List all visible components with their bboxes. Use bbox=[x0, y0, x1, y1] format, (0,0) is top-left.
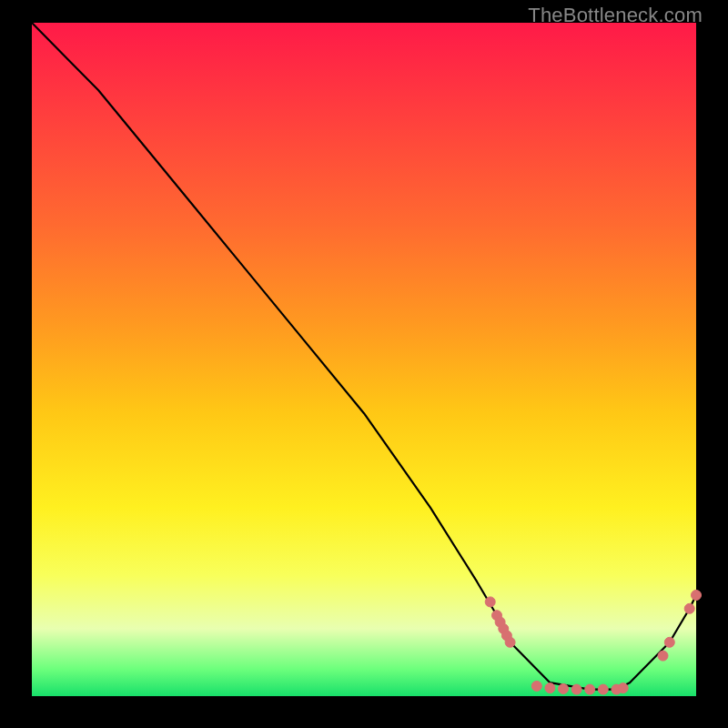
data-marker bbox=[571, 684, 581, 694]
data-marker bbox=[684, 603, 694, 613]
curve-line bbox=[32, 23, 696, 690]
data-marker bbox=[585, 684, 595, 694]
data-marker bbox=[618, 683, 628, 693]
chart-svg bbox=[0, 0, 728, 728]
data-marker bbox=[559, 683, 569, 693]
data-marker bbox=[545, 683, 555, 693]
data-marker bbox=[664, 637, 674, 647]
data-marker bbox=[531, 681, 541, 691]
data-marker bbox=[485, 597, 495, 607]
data-marker bbox=[658, 651, 668, 661]
data-marker bbox=[505, 637, 515, 647]
data-marker bbox=[692, 591, 702, 601]
data-marker bbox=[598, 684, 608, 694]
